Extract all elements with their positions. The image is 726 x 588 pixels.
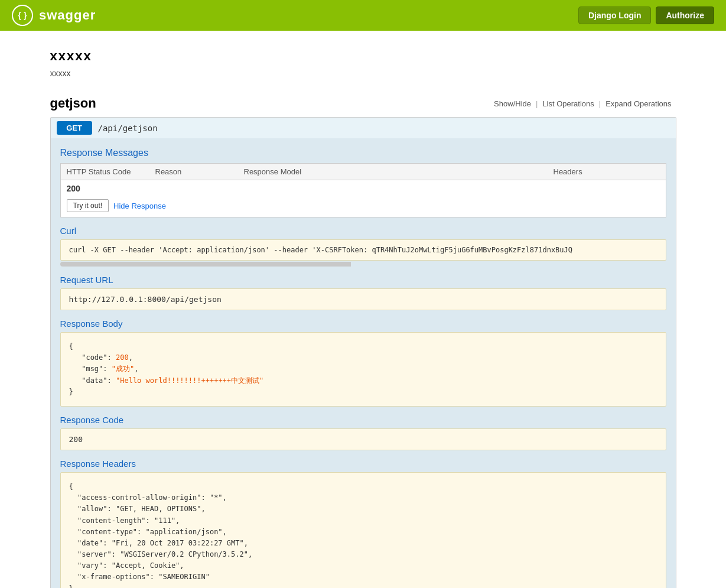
rh-vary-key: "vary": "Accept, Cookie",: [77, 561, 184, 570]
response-body-section: Response Body { "code": 200, "msg": "成功"…: [60, 319, 666, 407]
response-messages-table: HTTP Status Code Reason Response Model H…: [60, 163, 666, 217]
get-method-badge: GET: [57, 121, 92, 135]
json-code-value: 200: [116, 353, 129, 362]
try-it-out-button[interactable]: Try it out!: [67, 199, 109, 212]
api-section-name: getjson: [50, 96, 96, 111]
col-reason: Reason: [149, 164, 238, 180]
operation-content: Response Messages HTTP Status Code Reaso…: [51, 138, 676, 588]
main-content: xxxxx xxxxx getjson Show/Hide | List Ope…: [38, 48, 688, 588]
response-headers-title: Response Headers: [60, 459, 666, 469]
list-operations-link[interactable]: List Operations: [538, 99, 598, 108]
django-login-button[interactable]: Django Login: [578, 7, 651, 24]
json-data-value: "Hello world!!!!!!!!+++++++中文测试": [116, 376, 263, 385]
rh-ct-key: "content-type": "application/json",: [77, 528, 227, 536]
col-headers: Headers: [548, 164, 666, 180]
response-code-section: Response Code 200: [60, 415, 666, 450]
curl-command-box: curl -X GET --header 'Accept: applicatio…: [60, 239, 666, 261]
rh-cl-key: "content-length": "111",: [77, 516, 180, 525]
header-buttons: Django Login Authorize: [578, 7, 714, 24]
hide-response-link[interactable]: Hide Response: [113, 202, 166, 210]
response-body-box: { "code": 200, "msg": "成功", "data": "Hel…: [60, 332, 666, 407]
rh-acao-key: "access-control-allow-origin": "*",: [77, 493, 227, 502]
rh-date-key: "date": "Fri, 20 Oct 2017 03:22:27 GMT",: [77, 539, 248, 547]
scrollbar[interactable]: [60, 262, 666, 267]
response-messages-section: Response Messages HTTP Status Code Reaso…: [60, 148, 666, 217]
action-buttons: Try it out! Hide Response: [61, 197, 666, 217]
header: { } swagger Django Login Authorize: [0, 0, 726, 31]
header-title: swagger: [39, 8, 96, 23]
response-headers-box: { "access-control-allow-origin": "*", "a…: [60, 472, 666, 588]
api-section: getjson Show/Hide | List Operations | Ex…: [50, 96, 676, 588]
curl-section: Curl curl -X GET --header 'Accept: appli…: [60, 226, 666, 267]
col-model: Response Model: [238, 164, 548, 180]
operation-block: GET /api/getjson Response Messages HTTP …: [50, 117, 676, 588]
json-msg-key: "msg":: [82, 365, 112, 373]
json-data-key: "data":: [82, 376, 116, 385]
response-headers-section: Response Headers { "access-control-allow…: [60, 459, 666, 588]
header-left: { } swagger: [12, 5, 96, 26]
app-description: xxxxx: [50, 69, 676, 78]
rh-server-key: "server": "WSGIServer/0.2 CPython/3.5.2"…: [77, 550, 252, 558]
rh-close-brace: }: [69, 584, 73, 588]
table-data-row-200: 200: [61, 180, 666, 197]
json-msg-value: "成功": [112, 365, 134, 373]
json-msg-comma: ,: [134, 365, 138, 373]
response-code-box: 200: [60, 428, 666, 450]
operation-path: /api/getjson: [98, 124, 158, 133]
json-code-key: "code":: [82, 353, 116, 362]
json-code-comma: ,: [129, 353, 133, 362]
status-code-200: 200: [67, 184, 155, 193]
rh-allow-key: "allow": "GET, HEAD, OPTIONS",: [77, 505, 206, 513]
response-messages-title: Response Messages: [60, 148, 666, 158]
json-close-brace: }: [69, 388, 73, 396]
authorize-button[interactable]: Authorize: [656, 7, 714, 24]
expand-operations-link[interactable]: Expand Operations: [601, 99, 676, 108]
rh-xfo-key: "x-frame-options": "SAMEORIGIN": [77, 573, 210, 581]
response-body-title: Response Body: [60, 319, 666, 329]
response-code-title: Response Code: [60, 415, 666, 425]
app-title-section: xxxxx xxxxx: [50, 48, 676, 78]
request-url-title: Request URL: [60, 275, 666, 285]
request-url-section: Request URL http://127.0.0.1:8000/api/ge…: [60, 275, 666, 310]
col-status: HTTP Status Code: [61, 164, 149, 180]
table-header-row: HTTP Status Code Reason Response Model H…: [61, 164, 666, 180]
swagger-logo-icon: { }: [12, 5, 33, 26]
show-hide-link[interactable]: Show/Hide: [489, 99, 536, 108]
operation-header[interactable]: GET /api/getjson: [51, 118, 676, 138]
rh-open-brace: {: [69, 482, 73, 490]
app-title: xxxxx: [50, 48, 676, 64]
request-url-box: http://127.0.0.1:8000/api/getjson: [60, 288, 666, 310]
api-section-controls: Show/Hide | List Operations | Expand Ope…: [489, 99, 676, 108]
json-open-brace: {: [69, 342, 73, 350]
curl-title: Curl: [60, 226, 666, 236]
api-section-header: getjson Show/Hide | List Operations | Ex…: [50, 96, 676, 111]
